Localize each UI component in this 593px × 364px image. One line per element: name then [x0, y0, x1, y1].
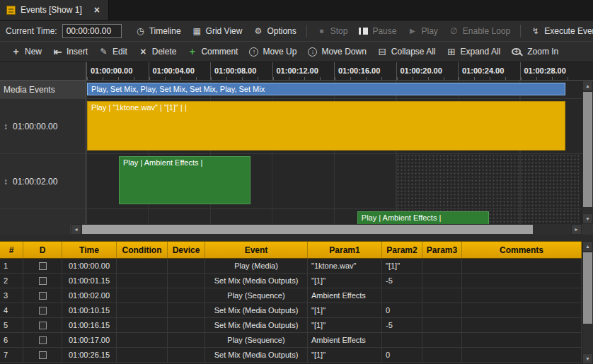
cell-enabled[interactable] — [23, 288, 62, 303]
timeline-track: ↕01:00:00.00Play | "1ktone.wav" | "[1]" … — [0, 99, 582, 154]
event-bar[interactable]: Play | "1ktone.wav" | "[1]" | | — [87, 101, 565, 151]
delete-button[interactable]: ×Delete — [133, 45, 183, 59]
enabled-checkbox[interactable] — [39, 322, 47, 329]
current-time-input[interactable] — [62, 24, 122, 38]
scrollbar-thumb[interactable] — [583, 252, 592, 324]
track-lane[interactable]: Play, Set Mix, Play, Set Mix, Set Mix, P… — [86, 81, 582, 98]
ruler-tick-label: 01:00:04.00 — [149, 62, 211, 80]
grid-vscrollbar[interactable]: ▲ ▼ — [582, 241, 593, 364]
scroll-up-icon[interactable]: ▲ — [582, 241, 593, 252]
toolbar-edit: +New⇤Insert✎Edit×Delete+Comment↑Move Up↓… — [0, 42, 593, 62]
cell-enabled[interactable] — [23, 259, 62, 273]
table-row[interactable]: 701:00:26.15Set Mix (Media Outputs)"[1]"… — [0, 348, 582, 363]
track-header[interactable]: Media Events — [0, 81, 86, 98]
event-bar[interactable]: Play, Set Mix, Play, Set Mix, Set Mix, P… — [87, 83, 565, 95]
table-row[interactable]: 301:00:02.00Play (Sequence)Ambient Effec… — [0, 288, 582, 303]
scrollbar-thumb[interactable] — [583, 92, 592, 207]
execute-event-button[interactable]: ↯Execute Event — [525, 24, 593, 38]
enabled-checkbox[interactable] — [39, 307, 47, 315]
column-header[interactable]: Param2 — [382, 242, 422, 258]
table-row[interactable]: 501:00:16.15Set Mix (Media Outputs)"[1]"… — [0, 318, 582, 333]
enabled-checkbox[interactable] — [39, 277, 47, 285]
enabled-checkbox[interactable] — [39, 336, 47, 344]
insert-button[interactable]: ⇤Insert — [47, 45, 93, 59]
scroll-down-icon[interactable]: ▼ — [582, 353, 593, 364]
scroll-left-icon[interactable]: ◄ — [71, 224, 81, 235]
scrollbar-track[interactable] — [582, 91, 593, 213]
hscrollbar-thumb[interactable] — [82, 225, 533, 234]
hscrollbar-track[interactable] — [81, 224, 571, 235]
event-bar[interactable]: Play | Ambient Effects | — [357, 211, 489, 224]
track-lane[interactable]: Play | "1ktone.wav" | "[1]" | | — [86, 99, 582, 153]
track-header[interactable]: ↕01:00:00.00 — [0, 99, 86, 153]
cell-enabled[interactable] — [23, 348, 62, 362]
ruler-tick-label: 01:00:20.00 — [396, 62, 459, 80]
column-header[interactable]: D — [23, 242, 62, 258]
edit-button[interactable]: ✎Edit — [93, 45, 133, 59]
cell-time: 01:00:26.15 — [62, 348, 117, 362]
cell-enabled[interactable] — [23, 333, 62, 347]
zoom-in-button[interactable]: +Zoom In — [506, 45, 564, 59]
cell-event: Set Mix (Media Outputs) — [205, 318, 308, 332]
track-lane[interactable]: Play | Ambient Effects | — [86, 209, 582, 224]
track-header[interactable]: ↕01:00:02.00 — [0, 154, 86, 209]
updown-arrow-icon: ↕ — [4, 177, 8, 187]
table-row[interactable]: 101:00:00.00Play (Media)"1ktone.wav""[1]… — [0, 259, 582, 274]
cell-comments — [462, 348, 582, 362]
options-button[interactable]: ⚙Options — [248, 24, 301, 38]
tab-events[interactable]: Events [Show 1] × — [0, 0, 109, 20]
table-row[interactable]: 601:00:17.00Play (Sequence)Ambient Effec… — [0, 333, 582, 348]
expand-all-button[interactable]: ⊞Expand All — [442, 45, 507, 59]
options-label: Options — [267, 26, 296, 36]
comment-button[interactable]: +Comment — [182, 45, 243, 59]
timeline-vscrollbar[interactable]: ▲ ▼ — [582, 81, 593, 224]
column-header[interactable]: Comments — [462, 242, 582, 258]
cell-param2: "[1]" — [382, 259, 422, 273]
table-row[interactable]: 401:00:10.15Set Mix (Media Outputs)"[1]"… — [0, 303, 582, 318]
column-header[interactable]: Param3 — [422, 242, 462, 258]
new-button[interactable]: +New — [6, 45, 47, 59]
scroll-down-icon[interactable]: ▼ — [582, 213, 593, 224]
play-button[interactable]: ▶Play — [402, 24, 443, 38]
cell-condition — [117, 259, 168, 273]
event-bar[interactable]: Play | Ambient Effects | — [119, 156, 251, 204]
column-header[interactable]: Device — [168, 242, 205, 258]
tab-title: Events [Show 1] — [21, 5, 82, 15]
enabled-checkbox[interactable] — [39, 262, 47, 270]
scroll-up-icon[interactable]: ▲ — [582, 81, 593, 91]
stop-button[interactable]: ■Stop — [311, 24, 354, 38]
column-header[interactable]: Condition — [117, 242, 168, 258]
cell-comments — [462, 288, 582, 303]
cell-device — [168, 274, 205, 288]
cell-event: Play (Media) — [205, 259, 308, 273]
grid-view-label: Grid View — [206, 26, 243, 36]
cell-enabled[interactable] — [23, 274, 62, 288]
close-icon[interactable]: × — [94, 5, 100, 15]
column-header[interactable]: Param1 — [308, 242, 382, 258]
scrollbar-track[interactable] — [582, 252, 593, 353]
track-header[interactable] — [0, 209, 86, 224]
pause-button[interactable]: Pause — [353, 24, 402, 38]
track-lane[interactable]: Play | Ambient Effects | — [86, 154, 582, 209]
enabled-checkbox[interactable] — [39, 292, 47, 300]
cell-enabled[interactable] — [23, 303, 62, 317]
hscroll-spacer — [0, 224, 71, 235]
scroll-right-icon[interactable]: ► — [571, 224, 582, 235]
cell-device — [168, 288, 205, 303]
timeline-button[interactable]: ◷Timeline — [130, 24, 187, 38]
timeline-ruler[interactable]: 01:00:00.0001:00:04.0001:00:08.0001:00:1… — [86, 62, 582, 80]
execute-event-label: Execute Event — [544, 26, 593, 36]
table-row[interactable]: 201:00:01.15Set Mix (Media Outputs)"[1]"… — [0, 274, 582, 288]
cell-enabled[interactable] — [23, 318, 62, 332]
pause-icon — [359, 28, 368, 35]
cell-param2 — [382, 333, 422, 347]
column-header[interactable]: Time — [62, 242, 117, 258]
enable-loop-button[interactable]: ∅Enable Loop — [444, 24, 516, 38]
grid-view-button[interactable]: ▦Grid View — [187, 24, 248, 38]
column-header[interactable]: # — [0, 242, 23, 258]
column-header[interactable]: Event — [205, 242, 308, 258]
move-up-button[interactable]: ↑Move Up — [243, 45, 302, 59]
move-down-button[interactable]: ↓Move Down — [302, 45, 372, 59]
enabled-checkbox[interactable] — [39, 351, 47, 359]
collapse-all-button[interactable]: ⊟Collapse All — [372, 45, 442, 59]
